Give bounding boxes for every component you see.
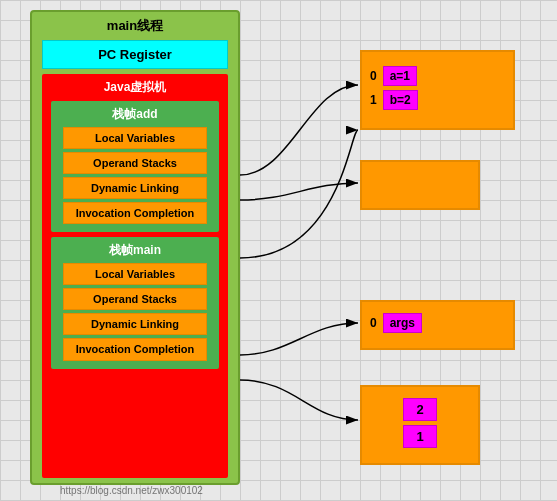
watermark: https://blog.csdn.net/zwx300102 [60, 485, 203, 496]
operand-value-1: 1 [403, 425, 436, 448]
var-index-0: 0 [370, 69, 377, 83]
add-dynamic-linking: Dynamic Linking [63, 177, 208, 199]
add-local-vars-panel: 0 a=1 1 b=2 [360, 50, 515, 130]
add-invocation-completion: Invocation Completion [63, 202, 208, 224]
main-var-row-0: 0 args [370, 313, 422, 333]
main-operand-panel: 2 1 [360, 385, 480, 465]
var-index-1: 1 [370, 93, 377, 107]
main-thread-title: main线程 [107, 17, 163, 35]
frame-add-title: 栈帧add [112, 106, 157, 123]
main-var-index-0: 0 [370, 316, 377, 330]
main-invocation-completion: Invocation Completion [63, 338, 208, 360]
stack-frame-add: 栈帧add Local Variables Operand Stacks Dyn… [51, 101, 218, 232]
var-row-1: 1 b=2 [370, 90, 505, 110]
main-var-value-args: args [383, 313, 422, 333]
main-dynamic-linking: Dynamic Linking [63, 313, 208, 335]
var-row-0: 0 a=1 [370, 66, 505, 86]
frame-main-title: 栈帧main [109, 242, 161, 259]
var-value-b: b=2 [383, 90, 418, 110]
main-local-variables: Local Variables [63, 263, 208, 285]
jvm-title: Java虚拟机 [104, 79, 167, 96]
jvm-container: Java虚拟机 栈帧add Local Variables Operand St… [42, 74, 228, 478]
stack-frame-main: 栈帧main Local Variables Operand Stacks Dy… [51, 237, 218, 368]
main-thread-container: main线程 PC Register Java虚拟机 栈帧add Local V… [30, 10, 240, 485]
main-local-vars-panel: 0 args [360, 300, 515, 350]
var-value-a: a=1 [383, 66, 417, 86]
operand-value-2: 2 [403, 398, 436, 421]
pc-register: PC Register [42, 40, 228, 69]
add-operand-stacks: Operand Stacks [63, 152, 208, 174]
main-operand-stacks: Operand Stacks [63, 288, 208, 310]
add-operand-panel [360, 160, 480, 210]
add-local-variables: Local Variables [63, 127, 208, 149]
